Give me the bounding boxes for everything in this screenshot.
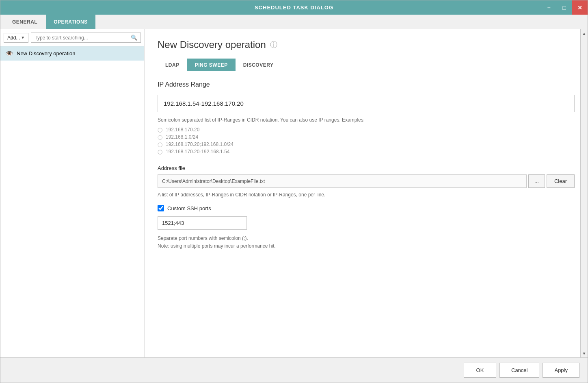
address-file-hint: A list of IP addresses, IP-Ranges in CID… bbox=[158, 192, 575, 198]
ip-range-input[interactable] bbox=[158, 95, 575, 112]
discovery-icon: 👁️ bbox=[5, 50, 13, 57]
list-item: ◯ 192.168.1.0/24 bbox=[158, 133, 575, 141]
search-input[interactable] bbox=[35, 35, 131, 41]
custom-ssh-section: Custom SSH ports Separate port numbers w… bbox=[158, 205, 575, 250]
list-item: ◯ 192.168.170.20;192.168.1.0/24 bbox=[158, 141, 575, 148]
section-title: IP Address Range bbox=[158, 81, 575, 88]
ip-range-section: IP Address Range Semicolon separated lis… bbox=[158, 81, 575, 155]
close-button[interactable]: ✕ bbox=[572, 0, 588, 15]
address-file-input[interactable] bbox=[158, 174, 527, 188]
info-icon[interactable]: ⓘ bbox=[270, 40, 277, 50]
scroll-up-arrow[interactable]: ▲ bbox=[581, 29, 588, 37]
sidebar-toolbar: Add... ▼ 🔍 bbox=[0, 29, 144, 46]
page-title: New Discovery operation bbox=[158, 39, 266, 50]
title-bar: SCHEDULED TASK DIALOG − □ ✕ bbox=[0, 0, 588, 15]
minimize-icon: − bbox=[547, 4, 551, 11]
ports-hint-line1: Separate port numbers with semicolon (;)… bbox=[158, 235, 575, 242]
tab-operations[interactable]: OPERATIONS bbox=[46, 15, 95, 29]
custom-ssh-checkbox[interactable] bbox=[158, 205, 164, 211]
close-icon: ✕ bbox=[577, 4, 583, 11]
dropdown-arrow-icon: ▼ bbox=[21, 35, 25, 40]
inner-tab-bar: LDAP PING SWEEP DISCOVERY bbox=[158, 59, 575, 71]
example-list: ◯ 192.168.170.20 ◯ 192.168.1.0/24 ◯ 192.… bbox=[158, 126, 575, 155]
footer: OK Cancel Apply bbox=[0, 357, 588, 383]
list-item: ◯ 192.168.170.20-192.168.1.54 bbox=[158, 148, 575, 155]
maximize-button[interactable]: □ bbox=[557, 0, 572, 15]
page-title-row: New Discovery operation ⓘ bbox=[158, 39, 575, 50]
clear-button[interactable]: Clear bbox=[547, 174, 575, 188]
ports-hint: Separate port numbers with semicolon (;)… bbox=[158, 235, 575, 250]
custom-ssh-label[interactable]: Custom SSH ports bbox=[167, 205, 211, 211]
cancel-button[interactable]: Cancel bbox=[499, 363, 539, 378]
sidebar-item-label: New Discovery operation bbox=[17, 50, 76, 57]
top-tab-bar: GENERAL OPERATIONS bbox=[0, 15, 588, 29]
add-button[interactable]: Add... ▼ bbox=[4, 33, 28, 43]
tab-discovery[interactable]: DISCOVERY bbox=[236, 59, 281, 71]
minimize-button[interactable]: − bbox=[541, 0, 557, 15]
search-box: 🔍 bbox=[31, 33, 141, 43]
sidebar: Add... ▼ 🔍 👁️ New Discovery operation bbox=[0, 29, 145, 357]
main-area: Add... ▼ 🔍 👁️ New Discovery operation Ne… bbox=[0, 29, 588, 357]
bullet-icon: ◯ bbox=[158, 149, 162, 155]
dialog: SCHEDULED TASK DIALOG − □ ✕ GENERAL OPER… bbox=[0, 0, 588, 383]
content-area: New Discovery operation ⓘ LDAP PING SWEE… bbox=[145, 29, 588, 357]
bullet-icon: ◯ bbox=[158, 127, 162, 133]
ports-input[interactable] bbox=[158, 216, 247, 230]
tab-ping-sweep[interactable]: PING SWEEP bbox=[187, 59, 236, 71]
maximize-icon: □ bbox=[562, 4, 566, 11]
scroll-down-arrow[interactable]: ▼ bbox=[581, 349, 588, 357]
ports-hint-line2: Note: using multiple ports may incur a p… bbox=[158, 242, 575, 250]
content-scroll: New Discovery operation ⓘ LDAP PING SWEE… bbox=[145, 29, 588, 357]
bullet-icon: ◯ bbox=[158, 135, 162, 140]
title-bar-controls: − □ ✕ bbox=[541, 0, 588, 15]
list-item: ◯ 192.168.170.20 bbox=[158, 126, 575, 133]
scroll-arrows: ▲ ▼ bbox=[580, 29, 588, 357]
tab-ldap[interactable]: LDAP bbox=[158, 59, 187, 71]
custom-ssh-checkbox-row: Custom SSH ports bbox=[158, 205, 575, 211]
browse-button[interactable]: ... bbox=[528, 174, 545, 188]
add-label: Add... bbox=[7, 35, 20, 41]
address-file-row: ... Clear bbox=[158, 174, 575, 188]
apply-button[interactable]: Apply bbox=[543, 363, 579, 378]
ip-range-help: Semicolon separated list of IP-Ranges in… bbox=[158, 117, 575, 123]
search-icon: 🔍 bbox=[131, 35, 137, 41]
bullet-icon: ◯ bbox=[158, 142, 162, 147]
address-file-label: Address file bbox=[158, 165, 575, 171]
dialog-title: SCHEDULED TASK DIALOG bbox=[255, 4, 333, 11]
address-file-section: Address file ... Clear A list of IP addr… bbox=[158, 165, 575, 198]
tab-general[interactable]: GENERAL bbox=[4, 15, 45, 29]
sidebar-item-discovery[interactable]: 👁️ New Discovery operation bbox=[0, 46, 144, 61]
ok-button[interactable]: OK bbox=[464, 363, 496, 378]
